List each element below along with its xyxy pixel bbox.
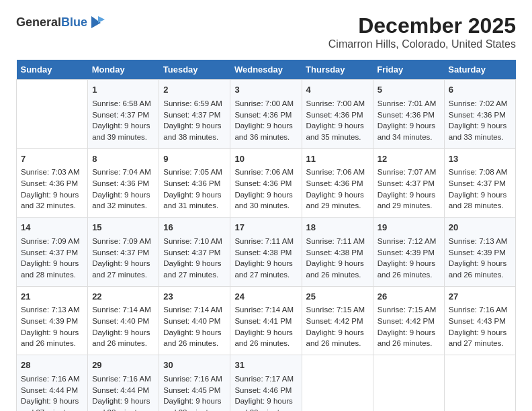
calendar-cell: 10Sunrise: 7:06 AMSunset: 4:36 PMDayligh… (230, 148, 302, 218)
sunset-text: Sunset: 4:40 PM (163, 316, 226, 327)
sunrise-text: Sunrise: 7:05 AM (163, 167, 226, 178)
sunrise-text: Sunrise: 7:11 AM (306, 236, 369, 247)
sunrise-text: Sunrise: 7:09 AM (92, 236, 154, 247)
day-number: 29 (92, 359, 154, 372)
header-wednesday: Wednesday (230, 60, 302, 80)
sunrise-text: Sunrise: 7:13 AM (449, 236, 511, 247)
week-row-3: 14Sunrise: 7:09 AMSunset: 4:37 PMDayligh… (17, 218, 516, 287)
sunset-text: Sunset: 4:42 PM (378, 316, 440, 327)
day-number: 30 (163, 359, 226, 372)
calendar-cell: 13Sunrise: 7:08 AMSunset: 4:37 PMDayligh… (444, 148, 515, 218)
svg-marker-1 (98, 16, 105, 23)
sunrise-text: Sunrise: 7:02 AM (449, 98, 511, 109)
daylight-text: Daylight: 9 hours and 35 minutes. (306, 120, 369, 142)
sunset-text: Sunset: 4:38 PM (306, 247, 369, 259)
calendar-cell: 25Sunrise: 7:15 AMSunset: 4:42 PMDayligh… (302, 286, 373, 355)
calendar-cell: 9Sunrise: 7:05 AMSunset: 4:36 PMDaylight… (159, 148, 230, 218)
calendar-cell: 8Sunrise: 7:04 AMSunset: 4:36 PMDaylight… (88, 148, 159, 218)
calendar-cell: 3Sunrise: 7:00 AMSunset: 4:36 PMDaylight… (230, 80, 302, 149)
calendar-cell: 31Sunrise: 7:17 AMSunset: 4:46 PMDayligh… (230, 355, 302, 411)
sunrise-text: Sunrise: 7:00 AM (234, 98, 297, 109)
calendar-cell: 30Sunrise: 7:16 AMSunset: 4:45 PMDayligh… (159, 355, 230, 411)
calendar-cell: 22Sunrise: 7:14 AMSunset: 4:40 PMDayligh… (88, 286, 159, 355)
daylight-text: Daylight: 9 hours and 26 minutes. (306, 258, 369, 280)
sunset-text: Sunset: 4:38 PM (234, 247, 297, 259)
day-number: 9 (163, 153, 226, 166)
sunrise-text: Sunrise: 7:11 AM (234, 236, 297, 247)
week-row-4: 21Sunrise: 7:13 AMSunset: 4:39 PMDayligh… (17, 286, 516, 355)
calendar-cell: 12Sunrise: 7:07 AMSunset: 4:37 PMDayligh… (373, 148, 444, 218)
sunset-text: Sunset: 4:37 PM (163, 247, 226, 259)
calendar-cell: 20Sunrise: 7:13 AMSunset: 4:39 PMDayligh… (444, 218, 515, 287)
calendar-header-row: SundayMondayTuesdayWednesdayThursdayFrid… (17, 60, 516, 80)
day-number: 11 (306, 153, 369, 166)
daylight-text: Daylight: 9 hours and 28 minutes. (449, 189, 511, 212)
calendar-cell (373, 355, 444, 411)
day-number: 20 (449, 222, 511, 234)
sunset-text: Sunset: 4:41 PM (234, 316, 297, 327)
calendar-cell: 6Sunrise: 7:02 AMSunset: 4:36 PMDaylight… (444, 80, 515, 149)
logo-general: General (16, 15, 61, 29)
sunrise-text: Sunrise: 7:00 AM (306, 98, 369, 109)
day-number: 5 (378, 84, 440, 97)
sunset-text: Sunset: 4:44 PM (21, 385, 83, 396)
sunset-text: Sunset: 4:37 PM (92, 247, 154, 259)
sunrise-text: Sunrise: 7:16 AM (449, 304, 511, 316)
sunrise-text: Sunrise: 7:06 AM (306, 167, 369, 178)
calendar-cell: 26Sunrise: 7:15 AMSunset: 4:42 PMDayligh… (373, 286, 444, 355)
sunset-text: Sunset: 4:36 PM (234, 109, 297, 121)
daylight-text: Daylight: 9 hours and 27 minutes. (449, 327, 511, 349)
day-number: 3 (234, 84, 297, 97)
sunrise-text: Sunrise: 7:14 AM (92, 304, 154, 316)
sunset-text: Sunset: 4:36 PM (306, 109, 369, 121)
daylight-text: Daylight: 9 hours and 26 minutes. (378, 327, 440, 349)
daylight-text: Daylight: 9 hours and 29 minutes. (378, 189, 440, 212)
daylight-text: Daylight: 9 hours and 31 minutes. (163, 189, 226, 212)
day-number: 10 (234, 153, 297, 166)
daylight-text: Daylight: 9 hours and 29 minutes. (234, 396, 297, 411)
sunset-text: Sunset: 4:37 PM (449, 178, 511, 189)
day-number: 8 (92, 153, 154, 166)
sunset-text: Sunset: 4:36 PM (378, 109, 440, 121)
sunrise-text: Sunrise: 7:07 AM (378, 167, 440, 178)
day-number: 13 (449, 153, 511, 166)
daylight-text: Daylight: 9 hours and 26 minutes. (92, 327, 154, 349)
sunset-text: Sunset: 4:39 PM (449, 247, 511, 259)
sunset-text: Sunset: 4:36 PM (449, 109, 511, 121)
sunset-text: Sunset: 4:39 PM (378, 247, 440, 259)
calendar-cell: 5Sunrise: 7:01 AMSunset: 4:36 PMDaylight… (373, 80, 444, 149)
daylight-text: Daylight: 9 hours and 26 minutes. (163, 327, 226, 349)
week-row-1: 1Sunrise: 6:58 AMSunset: 4:37 PMDaylight… (17, 80, 516, 149)
header-sunday: Sunday (17, 60, 88, 80)
daylight-text: Daylight: 9 hours and 28 minutes. (163, 396, 226, 411)
header-tuesday: Tuesday (159, 60, 230, 80)
sunset-text: Sunset: 4:36 PM (163, 178, 226, 189)
sunset-text: Sunset: 4:37 PM (163, 109, 226, 121)
sunset-text: Sunset: 4:40 PM (92, 316, 154, 327)
calendar-cell: 16Sunrise: 7:10 AMSunset: 4:37 PMDayligh… (159, 218, 230, 287)
sunset-text: Sunset: 4:39 PM (21, 316, 83, 327)
sunset-text: Sunset: 4:37 PM (378, 178, 440, 189)
calendar-cell: 2Sunrise: 6:59 AMSunset: 4:37 PMDaylight… (159, 80, 230, 149)
calendar-cell: 23Sunrise: 7:14 AMSunset: 4:40 PMDayligh… (159, 286, 230, 355)
week-row-2: 7Sunrise: 7:03 AMSunset: 4:36 PMDaylight… (17, 148, 516, 218)
daylight-text: Daylight: 9 hours and 38 minutes. (163, 120, 226, 142)
calendar-cell: 28Sunrise: 7:16 AMSunset: 4:44 PMDayligh… (17, 355, 88, 411)
daylight-text: Daylight: 9 hours and 27 minutes. (21, 396, 83, 411)
header-monday: Monday (88, 60, 159, 80)
day-number: 26 (378, 291, 440, 304)
sunset-text: Sunset: 4:37 PM (92, 109, 154, 121)
sunset-text: Sunset: 4:36 PM (21, 178, 83, 189)
sunrise-text: Sunrise: 7:09 AM (21, 236, 83, 247)
sunset-text: Sunset: 4:46 PM (234, 385, 297, 396)
day-number: 25 (306, 291, 369, 304)
sunrise-text: Sunrise: 7:01 AM (378, 98, 440, 109)
day-number: 6 (449, 84, 511, 97)
calendar-cell: 1Sunrise: 6:58 AMSunset: 4:37 PMDaylight… (88, 80, 159, 149)
calendar-cell: 17Sunrise: 7:11 AMSunset: 4:38 PMDayligh… (230, 218, 302, 287)
daylight-text: Daylight: 9 hours and 27 minutes. (92, 258, 154, 280)
sunrise-text: Sunrise: 7:15 AM (378, 304, 440, 316)
day-number: 27 (449, 291, 511, 304)
daylight-text: Daylight: 9 hours and 27 minutes. (234, 258, 297, 280)
sunset-text: Sunset: 4:42 PM (306, 316, 369, 327)
